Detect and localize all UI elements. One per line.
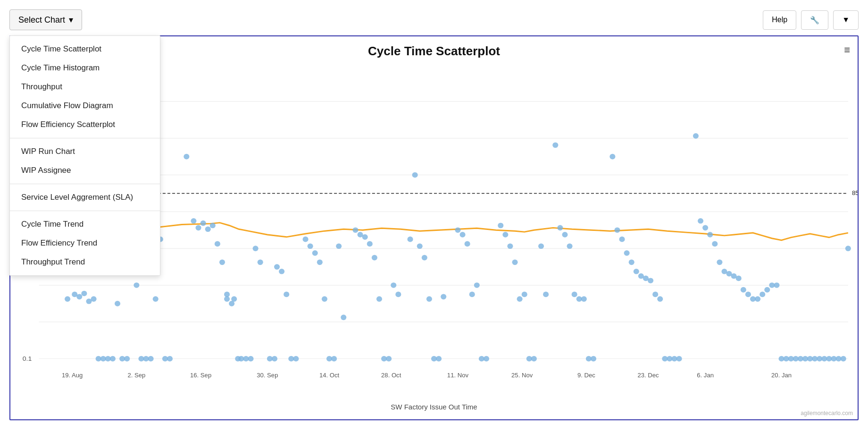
menu-group-3: Service Level Aggrement (SLA) (10, 184, 160, 211)
svg-point-62 (322, 296, 327, 302)
svg-point-69 (362, 234, 368, 240)
svg-point-129 (707, 232, 713, 238)
svg-point-114 (624, 250, 630, 256)
svg-text:16. Sep: 16. Sep (190, 372, 211, 379)
menu-item-cycle-time-histogram[interactable]: Cycle Time Histogram (10, 59, 160, 77)
svg-point-141 (764, 287, 770, 293)
svg-point-40 (219, 259, 225, 265)
menu-item-flow-efficiency-scatterplot[interactable]: Flow Efficiency Scatterplot (10, 115, 160, 134)
menu-item-sla[interactable]: Service Level Aggrement (SLA) (10, 188, 160, 207)
menu-item-wip-assignee[interactable]: WIP Assignee (10, 161, 160, 180)
svg-point-34 (191, 218, 196, 224)
svg-point-71 (372, 255, 377, 261)
svg-point-78 (412, 172, 418, 178)
svg-point-103 (557, 225, 563, 231)
svg-point-89 (474, 282, 480, 288)
filter-icon: ▼ (842, 16, 850, 24)
menu-item-throughput-trend[interactable]: Throughput Trend (10, 253, 160, 272)
svg-point-39 (215, 241, 220, 247)
svg-point-125 (676, 356, 682, 362)
menu-item-flow-efficiency-trend[interactable]: Flow Efficiency Trend (10, 234, 160, 253)
svg-point-81 (426, 296, 432, 302)
svg-point-50 (258, 259, 263, 265)
svg-point-85 (455, 227, 460, 233)
menu-item-cycle-time-scatterplot[interactable]: Cycle Time Scatterplot (10, 40, 160, 59)
svg-point-55 (284, 292, 289, 298)
menu-group-2: WIP Run Chart WIP Assignee (10, 138, 160, 184)
svg-point-53 (274, 264, 280, 270)
svg-point-36 (200, 221, 206, 226)
wrench-icon: 🔧 (810, 16, 819, 24)
svg-point-24 (124, 356, 130, 362)
svg-point-58 (303, 237, 309, 242)
menu-item-cycle-time-trend[interactable]: Cycle Time Trend (10, 215, 160, 234)
svg-point-97 (522, 292, 527, 298)
svg-point-126 (693, 133, 699, 139)
svg-point-112 (614, 227, 620, 233)
svg-point-121 (657, 296, 663, 302)
svg-point-128 (702, 225, 708, 231)
chart-menu-icon[interactable]: ≡ (844, 44, 850, 56)
svg-point-119 (648, 278, 653, 283)
svg-point-64 (331, 356, 337, 362)
x-axis-label: SW Factory Issue Out Time (10, 403, 858, 411)
svg-point-120 (652, 292, 658, 298)
svg-point-80 (422, 255, 427, 261)
svg-text:85% 14: 85% 14 (852, 190, 858, 197)
svg-point-66 (341, 314, 346, 320)
svg-point-87 (465, 241, 470, 247)
svg-point-88 (469, 292, 475, 298)
svg-text:20. Jan: 20. Jan (771, 372, 792, 379)
svg-point-37 (205, 226, 211, 232)
svg-point-113 (619, 237, 625, 242)
select-chart-button[interactable]: Select Chart ▾ (9, 9, 82, 30)
svg-point-116 (634, 269, 639, 274)
svg-point-140 (760, 292, 765, 298)
svg-point-52 (272, 356, 277, 362)
svg-point-76 (395, 292, 401, 298)
svg-point-22 (115, 301, 120, 306)
svg-text:30. Sep: 30. Sep (257, 372, 278, 379)
svg-point-139 (755, 296, 760, 302)
menu-item-wip-run-chart[interactable]: WIP Run Chart (10, 142, 160, 161)
watermark: agilemontecarlo.com (801, 410, 853, 416)
svg-point-70 (367, 241, 373, 247)
svg-text:14. Oct: 14. Oct (319, 372, 340, 379)
svg-point-14 (76, 294, 82, 299)
svg-point-42 (224, 296, 230, 302)
svg-point-106 (572, 292, 577, 298)
toolbar: Select Chart ▾ Help 🔧 ▼ (9, 9, 859, 30)
svg-point-44 (231, 296, 237, 302)
help-button[interactable]: Help (763, 10, 796, 30)
svg-point-105 (567, 243, 573, 249)
svg-point-86 (459, 232, 465, 238)
svg-point-99 (531, 356, 537, 362)
menu-item-throughput[interactable]: Throughput (10, 77, 160, 96)
svg-point-158 (845, 246, 851, 251)
svg-point-54 (279, 269, 284, 274)
svg-point-57 (293, 356, 299, 362)
svg-point-38 (210, 223, 216, 229)
svg-point-115 (629, 259, 634, 265)
filter-button[interactable]: ▼ (833, 10, 859, 30)
select-chart-label: Select Chart (18, 15, 65, 25)
svg-point-137 (745, 292, 751, 298)
svg-point-135 (736, 276, 742, 281)
svg-text:9. Dec: 9. Dec (577, 372, 595, 379)
svg-point-17 (91, 296, 97, 302)
svg-point-127 (698, 218, 703, 224)
svg-point-28 (148, 356, 154, 362)
svg-point-83 (436, 356, 442, 362)
svg-text:0.1: 0.1 (23, 355, 32, 363)
svg-point-143 (774, 282, 779, 288)
svg-point-25 (134, 282, 139, 288)
svg-point-102 (552, 142, 558, 148)
svg-point-12 (65, 296, 70, 302)
svg-point-131 (717, 259, 722, 265)
menu-item-cumulative-flow-diagram[interactable]: Cumulative Flow Diagram (10, 96, 160, 115)
svg-point-67 (352, 227, 358, 233)
svg-point-74 (386, 356, 392, 362)
svg-point-95 (512, 259, 517, 265)
svg-point-93 (502, 232, 508, 238)
settings-button[interactable]: 🔧 (801, 10, 828, 30)
